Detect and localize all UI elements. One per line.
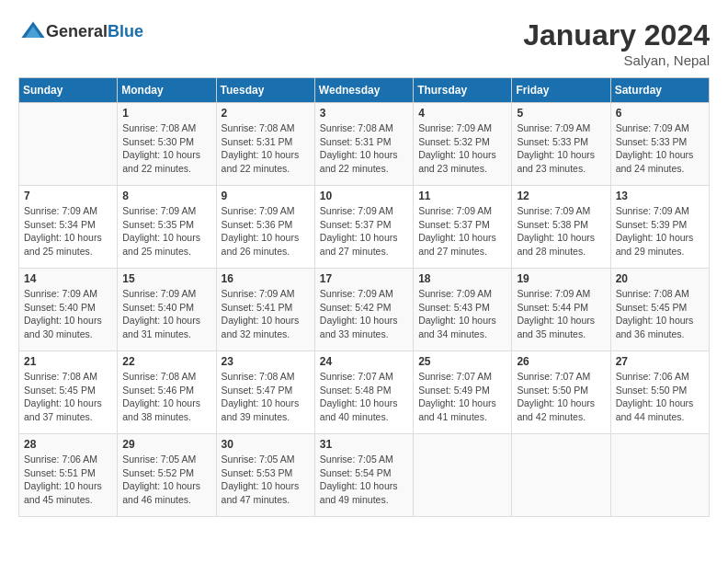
day-number: 7 — [24, 190, 112, 202]
calendar-table: SundayMondayTuesdayWednesdayThursdayFrid… — [18, 77, 710, 517]
day-cell: 21Sunrise: 7:08 AMSunset: 5:45 PMDayligh… — [19, 351, 118, 434]
day-number: 10 — [320, 190, 408, 202]
day-cell: 17Sunrise: 7:09 AMSunset: 5:42 PMDayligh… — [314, 269, 413, 351]
day-cell: 19Sunrise: 7:09 AMSunset: 5:44 PMDayligh… — [512, 269, 610, 351]
day-number: 3 — [320, 107, 408, 120]
day-info: Sunrise: 7:08 AMSunset: 5:45 PMDaylight:… — [616, 287, 704, 341]
day-number: 1 — [122, 107, 210, 120]
day-info: Sunrise: 7:09 AMSunset: 5:40 PMDaylight:… — [122, 287, 210, 341]
day-cell: 13Sunrise: 7:09 AMSunset: 5:39 PMDayligh… — [610, 186, 709, 269]
day-cell: 12Sunrise: 7:09 AMSunset: 5:38 PMDayligh… — [512, 186, 610, 269]
day-cell: 15Sunrise: 7:09 AMSunset: 5:40 PMDayligh… — [118, 269, 216, 351]
header-row: SundayMondayTuesdayWednesdayThursdayFrid… — [19, 78, 710, 103]
day-number: 8 — [122, 190, 210, 202]
day-info: Sunrise: 7:09 AMSunset: 5:32 PMDaylight:… — [418, 121, 506, 176]
day-number: 24 — [320, 355, 408, 368]
day-info: Sunrise: 7:09 AMSunset: 5:33 PMDaylight:… — [616, 121, 704, 176]
day-info: Sunrise: 7:09 AMSunset: 5:33 PMDaylight:… — [517, 121, 605, 176]
day-cell — [19, 103, 118, 186]
day-info: Sunrise: 7:07 AMSunset: 5:48 PMDaylight:… — [320, 370, 408, 424]
day-info: Sunrise: 7:09 AMSunset: 5:40 PMDaylight:… — [24, 287, 112, 341]
day-number: 23 — [222, 355, 310, 368]
day-info: Sunrise: 7:09 AMSunset: 5:37 PMDaylight:… — [418, 204, 506, 259]
day-cell: 28Sunrise: 7:06 AMSunset: 5:51 PMDayligh… — [19, 434, 118, 517]
day-cell — [414, 434, 512, 517]
day-number: 28 — [24, 438, 112, 451]
day-info: Sunrise: 7:09 AMSunset: 5:43 PMDaylight:… — [418, 287, 506, 341]
day-cell: 9Sunrise: 7:09 AMSunset: 5:36 PMDaylight… — [216, 186, 314, 269]
month-title: January 2024 — [523, 18, 710, 52]
day-info: Sunrise: 7:07 AMSunset: 5:50 PMDaylight:… — [517, 370, 605, 424]
day-cell: 30Sunrise: 7:05 AMSunset: 5:53 PMDayligh… — [216, 434, 314, 517]
day-info: Sunrise: 7:08 AMSunset: 5:47 PMDaylight:… — [222, 370, 310, 424]
day-info: Sunrise: 7:09 AMSunset: 5:37 PMDaylight:… — [320, 204, 408, 259]
header-sunday: Sunday — [19, 78, 118, 103]
day-info: Sunrise: 7:06 AMSunset: 5:50 PMDaylight:… — [616, 370, 704, 424]
day-cell: 26Sunrise: 7:07 AMSunset: 5:50 PMDayligh… — [512, 351, 610, 434]
day-info: Sunrise: 7:05 AMSunset: 5:52 PMDaylight:… — [122, 453, 210, 507]
day-info: Sunrise: 7:08 AMSunset: 5:46 PMDaylight:… — [122, 370, 210, 424]
day-number: 25 — [418, 355, 506, 368]
day-number: 14 — [24, 272, 112, 285]
day-info: Sunrise: 7:05 AMSunset: 5:53 PMDaylight:… — [222, 453, 310, 507]
logo: GeneralBlue — [18, 18, 143, 44]
week-row-3: 14Sunrise: 7:09 AMSunset: 5:40 PMDayligh… — [19, 269, 710, 351]
day-info: Sunrise: 7:05 AMSunset: 5:54 PMDaylight:… — [320, 453, 408, 507]
week-row-4: 21Sunrise: 7:08 AMSunset: 5:45 PMDayligh… — [19, 351, 710, 434]
day-number: 16 — [222, 272, 310, 285]
day-cell: 1Sunrise: 7:08 AMSunset: 5:30 PMDaylight… — [118, 103, 216, 186]
day-cell: 25Sunrise: 7:07 AMSunset: 5:49 PMDayligh… — [414, 351, 512, 434]
day-number: 5 — [517, 107, 605, 120]
day-info: Sunrise: 7:09 AMSunset: 5:42 PMDaylight:… — [320, 287, 408, 341]
day-number: 2 — [222, 107, 310, 120]
page-header: GeneralBlue January 2024 Salyan, Nepal — [18, 18, 710, 68]
day-info: Sunrise: 7:07 AMSunset: 5:49 PMDaylight:… — [418, 370, 506, 424]
day-cell — [512, 434, 610, 517]
week-row-1: 1Sunrise: 7:08 AMSunset: 5:30 PMDaylight… — [19, 103, 710, 186]
day-number: 13 — [616, 190, 704, 202]
day-number: 29 — [122, 438, 210, 451]
day-cell: 2Sunrise: 7:08 AMSunset: 5:31 PMDaylight… — [216, 103, 314, 186]
day-number: 4 — [418, 107, 506, 120]
day-info: Sunrise: 7:08 AMSunset: 5:31 PMDaylight:… — [222, 121, 310, 176]
day-info: Sunrise: 7:06 AMSunset: 5:51 PMDaylight:… — [24, 453, 112, 507]
day-cell: 18Sunrise: 7:09 AMSunset: 5:43 PMDayligh… — [414, 269, 512, 351]
day-cell: 29Sunrise: 7:05 AMSunset: 5:52 PMDayligh… — [118, 434, 216, 517]
day-info: Sunrise: 7:08 AMSunset: 5:45 PMDaylight:… — [24, 370, 112, 424]
day-number: 18 — [418, 272, 506, 285]
day-info: Sunrise: 7:08 AMSunset: 5:30 PMDaylight:… — [122, 121, 210, 176]
day-cell: 4Sunrise: 7:09 AMSunset: 5:32 PMDaylight… — [414, 103, 512, 186]
title-area: January 2024 Salyan, Nepal — [523, 18, 710, 68]
day-cell: 22Sunrise: 7:08 AMSunset: 5:46 PMDayligh… — [118, 351, 216, 434]
day-cell: 6Sunrise: 7:09 AMSunset: 5:33 PMDaylight… — [610, 103, 709, 186]
day-cell: 8Sunrise: 7:09 AMSunset: 5:35 PMDaylight… — [118, 186, 216, 269]
day-number: 21 — [24, 355, 112, 368]
day-cell: 27Sunrise: 7:06 AMSunset: 5:50 PMDayligh… — [610, 351, 709, 434]
logo-blue: Blue — [108, 22, 143, 40]
header-saturday: Saturday — [610, 78, 709, 103]
header-thursday: Thursday — [414, 78, 512, 103]
day-number: 22 — [122, 355, 210, 368]
day-info: Sunrise: 7:08 AMSunset: 5:31 PMDaylight:… — [320, 121, 408, 176]
day-cell: 14Sunrise: 7:09 AMSunset: 5:40 PMDayligh… — [19, 269, 118, 351]
day-cell: 7Sunrise: 7:09 AMSunset: 5:34 PMDaylight… — [19, 186, 118, 269]
day-info: Sunrise: 7:09 AMSunset: 5:44 PMDaylight:… — [517, 287, 605, 341]
day-info: Sunrise: 7:09 AMSunset: 5:35 PMDaylight:… — [122, 204, 210, 259]
day-number: 31 — [320, 438, 408, 451]
day-info: Sunrise: 7:09 AMSunset: 5:41 PMDaylight:… — [222, 287, 310, 341]
week-row-2: 7Sunrise: 7:09 AMSunset: 5:34 PMDaylight… — [19, 186, 710, 269]
logo-icon — [20, 18, 46, 44]
day-cell: 5Sunrise: 7:09 AMSunset: 5:33 PMDaylight… — [512, 103, 610, 186]
day-number: 9 — [222, 190, 310, 202]
day-number: 6 — [616, 107, 704, 120]
day-cell: 16Sunrise: 7:09 AMSunset: 5:41 PMDayligh… — [216, 269, 314, 351]
logo-text: GeneralBlue — [46, 22, 143, 41]
header-tuesday: Tuesday — [216, 78, 314, 103]
day-number: 19 — [517, 272, 605, 285]
day-number: 15 — [122, 272, 210, 285]
day-cell: 24Sunrise: 7:07 AMSunset: 5:48 PMDayligh… — [314, 351, 413, 434]
header-wednesday: Wednesday — [314, 78, 413, 103]
day-info: Sunrise: 7:09 AMSunset: 5:39 PMDaylight:… — [616, 204, 704, 259]
day-number: 27 — [616, 355, 704, 368]
day-number: 17 — [320, 272, 408, 285]
